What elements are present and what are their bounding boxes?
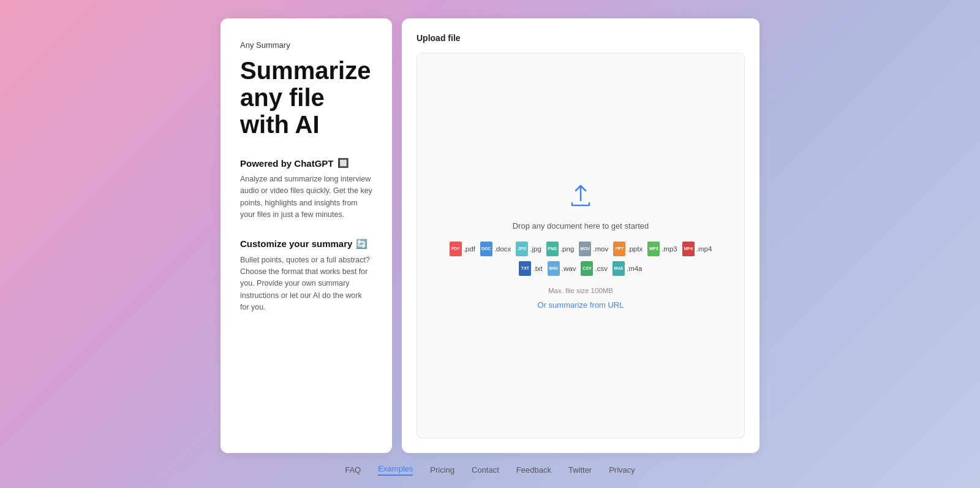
wav-icon: WAV	[548, 261, 560, 276]
file-type-txt: TXT .txt	[519, 261, 542, 276]
txt-ext: .txt	[533, 265, 542, 272]
file-type-docx: DOC .docx	[480, 242, 511, 256]
feature-powered-chatgpt: Powered by ChatGPT 🔲 Analyze and summari…	[240, 158, 372, 221]
file-type-wav: WAV .wav	[548, 261, 576, 276]
summarize-url-link[interactable]: Or summarize from URL	[538, 300, 624, 310]
feature-title-text: Powered by ChatGPT	[240, 158, 334, 169]
drop-zone[interactable]: Drop any document here to get started PD…	[417, 53, 745, 438]
footer-link-twitter[interactable]: Twitter	[568, 465, 592, 475]
file-type-pptx: PPT .pptx	[613, 242, 643, 256]
file-types-row: PDF .pdf DOC .docx JPG .jpg PNG .png MOV	[450, 242, 712, 256]
chatgpt-emoji: 🔲	[337, 158, 349, 169]
file-type-mp4: MP4 .mp4	[682, 242, 712, 256]
mp4-icon: MP4	[682, 242, 695, 256]
brand-name: Any Summary	[240, 40, 372, 50]
main-content: Any Summary Summarize any file with AI P…	[221, 18, 760, 453]
footer-link-privacy[interactable]: Privacy	[609, 465, 635, 475]
feature-title-text-customize: Customize your summary	[240, 238, 352, 249]
feature-desc-customize: Bullet points, quotes or a full abstract…	[240, 254, 372, 314]
file-type-m4a: M4A .m4a	[612, 261, 643, 276]
mp3-icon: MP3	[647, 242, 660, 256]
feature-desc-chatgpt: Analyze and summarize long interview aud…	[240, 173, 372, 221]
feature-title-chatgpt: Powered by ChatGPT 🔲	[240, 158, 372, 169]
csv-icon: CSV	[581, 261, 593, 276]
docx-icon: DOC	[480, 242, 492, 256]
feature-title-customize: Customize your summary 🔄	[240, 238, 372, 250]
file-type-jpg: JPG .jpg	[516, 242, 541, 256]
wav-ext: .wav	[562, 265, 576, 272]
pdf-icon: PDF	[450, 242, 462, 256]
txt-icon: TXT	[519, 261, 531, 276]
png-ext: .png	[560, 245, 574, 253]
jpg-ext: .jpg	[530, 245, 541, 253]
footer: FAQExamplesPricingContactFeedbackTwitter…	[12, 464, 968, 476]
footer-link-contact[interactable]: Contact	[472, 465, 499, 475]
drop-text: Drop any document here to get started	[513, 221, 649, 231]
png-icon: PNG	[546, 242, 559, 256]
feature-customize: Customize your summary 🔄 Bullet points, …	[240, 238, 372, 314]
csv-ext: .csv	[595, 265, 607, 272]
mp4-ext: .mp4	[696, 245, 712, 253]
right-card: Upload file Drop any document here to ge…	[402, 18, 760, 453]
pdf-ext: .pdf	[464, 245, 475, 253]
mov-icon: MOV	[579, 242, 591, 256]
m4a-icon: M4A	[612, 261, 625, 276]
customize-emoji: 🔄	[356, 238, 368, 250]
upload-icon	[567, 182, 594, 212]
pptx-icon: PPT	[613, 242, 625, 256]
upload-title: Upload file	[417, 33, 745, 43]
mov-ext: .mov	[593, 245, 608, 253]
docx-ext: .docx	[494, 245, 511, 253]
footer-link-pricing[interactable]: Pricing	[430, 465, 454, 475]
m4a-ext: .m4a	[627, 265, 643, 272]
left-card: Any Summary Summarize any file with AI P…	[221, 18, 392, 453]
footer-link-feedback[interactable]: Feedback	[516, 465, 551, 475]
hero-title: Summarize any file with AI	[240, 57, 372, 138]
mp3-ext: .mp3	[662, 245, 677, 253]
jpg-icon: JPG	[516, 242, 528, 256]
file-type-csv: CSV .csv	[581, 261, 607, 276]
file-type-mov: MOV .mov	[579, 242, 608, 256]
footer-link-faq[interactable]: FAQ	[345, 465, 361, 475]
footer-link-examples[interactable]: Examples	[378, 464, 413, 476]
max-size-label: Max. file size 100MB	[548, 287, 613, 294]
file-type-pdf: PDF .pdf	[450, 242, 475, 256]
file-type-mp3: MP3 .mp3	[647, 242, 677, 256]
file-type-png: PNG .png	[546, 242, 574, 256]
pptx-ext: .pptx	[627, 245, 643, 253]
file-types-row-2: TXT .txt WAV .wav CSV .csv M4A .m4a	[519, 261, 642, 276]
